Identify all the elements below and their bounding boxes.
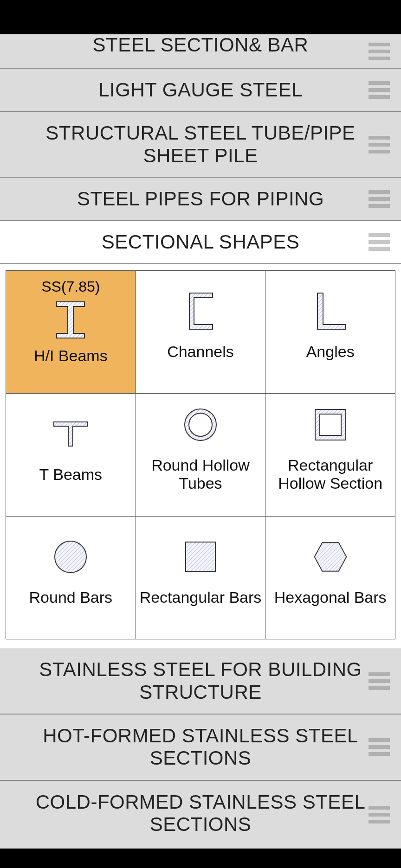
app-frame: STEEL SECTION& BARLIGHT GAUGE STEELSTRUC… <box>0 47 401 842</box>
category-row[interactable]: STEEL PIPES FOR PIPING <box>0 178 401 221</box>
top-categories: STEEL SECTION& BARLIGHT GAUGE STEELSTRUC… <box>0 34 401 264</box>
category-row[interactable]: STEEL SECTION& BAR <box>0 34 401 69</box>
shape-cell-t-beam[interactable]: T Beams <box>6 394 136 516</box>
shapes-panel: SS(7.85)H/I BeamsChannelsAnglesT BeamsRo… <box>0 264 401 648</box>
category-label: STEEL SECTION& BAR <box>65 34 336 56</box>
i-beam-icon <box>52 301 89 338</box>
t-beam-icon <box>52 415 89 453</box>
category-row[interactable]: LIGHT GAUGE STEEL <box>0 69 401 112</box>
shape-label: Rectangular Bars <box>140 588 262 606</box>
menu-icon[interactable] <box>369 738 390 756</box>
category-label: HOT-FORMED STAINLESS STEEL SECTIONS <box>5 725 396 770</box>
menu-icon[interactable] <box>369 233 390 251</box>
shape-label: T Beams <box>39 466 102 484</box>
menu-icon[interactable] <box>369 81 390 99</box>
category-label: SECTIONAL SHAPES <box>74 231 328 253</box>
category-row[interactable]: STAINLESS STEEL FOR BUILDING STRUCTURE <box>0 648 401 714</box>
shape-cell-angle[interactable]: Angles <box>265 271 395 393</box>
menu-icon[interactable] <box>369 672 390 690</box>
shape-cell-round-bar[interactable]: Round Bars <box>6 517 136 639</box>
shape-label: Round Hollow Tubes <box>139 456 263 492</box>
svg-marker-8 <box>314 542 346 571</box>
category-row[interactable]: HOT-FORMED STAINLESS STEEL SECTIONS <box>0 714 401 780</box>
shape-label: Hexagonal Bars <box>274 588 387 606</box>
shape-cell-round-hollow[interactable]: Round Hollow Tubes <box>136 394 265 516</box>
shape-label: Rectangular Hollow Section <box>268 456 392 492</box>
svg-point-3 <box>189 413 212 436</box>
category-row[interactable]: COLD-FORMED STAINLESS STEEL SECTIONS <box>0 780 401 849</box>
shape-label: Round Bars <box>29 588 113 606</box>
menu-icon[interactable] <box>369 43 390 60</box>
shape-label: Channels <box>167 343 234 361</box>
menu-icon[interactable] <box>369 190 390 208</box>
category-label: STEEL PIPES FOR PIPING <box>49 188 352 210</box>
round-bar-icon <box>52 538 89 575</box>
shape-grid: SS(7.85)H/I BeamsChannelsAnglesT BeamsRo… <box>6 270 395 639</box>
menu-icon[interactable] <box>369 136 390 153</box>
menu-icon[interactable] <box>369 806 390 823</box>
category-row[interactable]: SECTIONAL SHAPES <box>0 221 401 264</box>
rect-hollow-icon <box>312 406 349 443</box>
category-label: STAINLESS STEEL FOR BUILDING STRUCTURE <box>5 658 396 703</box>
shape-cell-hex-bar[interactable]: Hexagonal Bars <box>265 517 395 639</box>
shape-label: Angles <box>306 343 355 361</box>
hex-bar-icon <box>312 538 349 575</box>
angle-icon <box>312 293 349 330</box>
category-label: STRUCTURAL STEEL TUBE/PIPE SHEET PILE <box>5 122 396 167</box>
shape-label: H/I Beams <box>34 347 108 365</box>
svg-point-6 <box>55 541 86 573</box>
svg-rect-5 <box>320 414 341 435</box>
shape-cell-i-beam[interactable]: SS(7.85)H/I Beams <box>6 271 136 393</box>
channel-icon <box>182 293 219 330</box>
shape-cell-rect-bar[interactable]: Rectangular Bars <box>136 517 265 639</box>
round-hollow-icon <box>182 406 219 443</box>
svg-rect-7 <box>186 542 215 572</box>
bottom-categories: STAINLESS STEEL FOR BUILDING STRUCTUREHO… <box>0 648 401 849</box>
shape-cell-rect-hollow[interactable]: Rectangular Hollow Section <box>265 394 395 516</box>
category-label: COLD-FORMED STAINLESS STEEL SECTIONS <box>5 791 396 836</box>
shape-cell-channel[interactable]: Channels <box>136 271 265 393</box>
rect-bar-icon <box>182 538 219 575</box>
category-label: LIGHT GAUGE STEEL <box>71 79 330 101</box>
category-row[interactable]: STRUCTURAL STEEL TUBE/PIPE SHEET PILE <box>0 112 401 178</box>
material-badge: SS(7.85) <box>6 278 136 295</box>
